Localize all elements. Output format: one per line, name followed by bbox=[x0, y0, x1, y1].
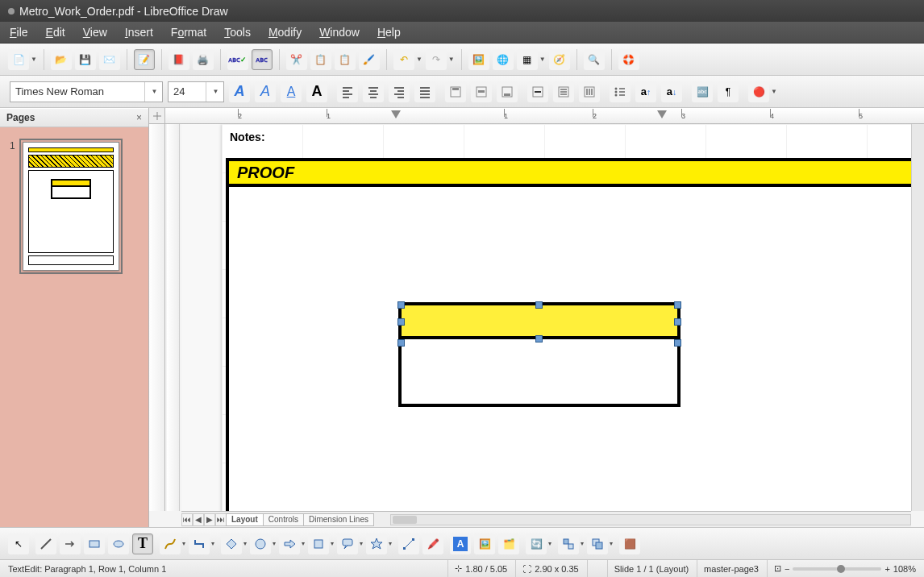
hyperlink-button[interactable]: 🌐 bbox=[493, 49, 514, 70]
align-center-button[interactable] bbox=[363, 81, 384, 102]
ttb-button[interactable] bbox=[579, 81, 600, 102]
ruler-vertical[interactable] bbox=[149, 124, 165, 511]
dropdown-icon[interactable]: ▾ bbox=[331, 540, 334, 547]
from-file-button[interactable]: 🖼️ bbox=[474, 533, 495, 554]
menu-edit[interactable]: Edit bbox=[46, 26, 65, 39]
font-color-button[interactable]: A bbox=[306, 81, 327, 102]
dropdown-icon[interactable]: ▾ bbox=[610, 540, 613, 547]
rectangle-tool[interactable] bbox=[84, 533, 105, 554]
dropdown-icon[interactable]: ▼ bbox=[448, 56, 455, 63]
layer-tab-layout[interactable]: Layout bbox=[226, 513, 264, 526]
selection-handle[interactable] bbox=[535, 301, 543, 309]
selection-handle[interactable] bbox=[674, 339, 681, 347]
zoom-value[interactable]: 108% bbox=[893, 564, 916, 574]
valign-bottom-button[interactable] bbox=[497, 81, 518, 102]
font-name-combo[interactable]: Times New Roman▼ bbox=[10, 81, 163, 102]
proof-bar-shape[interactable]: PROOF bbox=[229, 161, 911, 187]
edit-file-button[interactable]: 📝 bbox=[134, 49, 155, 70]
dropdown-icon[interactable]: ▼ bbox=[206, 82, 219, 102]
selection-handle[interactable] bbox=[674, 301, 681, 309]
layer-tab-controls[interactable]: Controls bbox=[263, 513, 304, 526]
dropdown-icon[interactable]: ▼ bbox=[771, 88, 777, 95]
status-master[interactable]: master-page3 bbox=[697, 560, 759, 577]
ruler-marker-icon[interactable] bbox=[391, 110, 401, 118]
open-button[interactable]: 📂 bbox=[51, 49, 72, 70]
selection-handle[interactable] bbox=[397, 301, 405, 309]
menu-tools[interactable]: Tools bbox=[224, 26, 251, 39]
menu-help[interactable]: Help bbox=[377, 26, 401, 39]
valign-top-button[interactable] bbox=[445, 81, 466, 102]
scrollbar-thumb[interactable] bbox=[393, 516, 417, 524]
zoom-in-button[interactable]: + bbox=[884, 564, 889, 574]
format-paintbrush-button[interactable]: 🖌️ bbox=[359, 49, 380, 70]
table-button[interactable]: ▦ bbox=[517, 49, 538, 70]
dropdown-icon[interactable]: ▾ bbox=[581, 540, 584, 547]
horizontal-scrollbar[interactable] bbox=[390, 514, 911, 525]
dropdown-icon[interactable]: ▼ bbox=[416, 56, 422, 63]
zoom-button[interactable]: 🔍 bbox=[584, 49, 605, 70]
extrusion-button[interactable]: 🟫 bbox=[619, 533, 640, 554]
selection-handle[interactable] bbox=[535, 335, 543, 342]
menu-window[interactable]: Window bbox=[319, 26, 360, 39]
ruler-vertical-2[interactable] bbox=[167, 124, 180, 511]
zoom-fit-button[interactable]: ⊡ bbox=[774, 563, 781, 574]
text-tool[interactable]: T bbox=[132, 533, 153, 554]
bullets-button[interactable] bbox=[610, 81, 631, 102]
selection-handle[interactable] bbox=[397, 318, 405, 326]
tab-nav-first[interactable]: ⏮ bbox=[181, 513, 193, 526]
callout-tool[interactable] bbox=[337, 533, 358, 554]
layer-tab-dimension[interactable]: Dimension Lines bbox=[303, 513, 374, 526]
ruler-marker-icon[interactable] bbox=[657, 110, 667, 118]
connector-tool[interactable] bbox=[189, 533, 210, 554]
increase-font-button[interactable]: a↑ bbox=[635, 81, 656, 102]
auto-spellcheck-button[interactable]: ᴀʙᴄ bbox=[252, 49, 273, 70]
flowchart-tool[interactable] bbox=[308, 533, 329, 554]
tab-nav-prev[interactable]: ◀ bbox=[193, 513, 204, 526]
copy-button[interactable]: 📋 bbox=[310, 49, 331, 70]
page-thumbnail[interactable]: 1 bbox=[23, 142, 126, 271]
underline-button[interactable]: A bbox=[281, 81, 302, 102]
menu-modify[interactable]: Modify bbox=[268, 26, 302, 39]
stars-tool[interactable] bbox=[366, 533, 387, 554]
dropdown-icon[interactable]: ▼ bbox=[539, 56, 546, 63]
dropdown-icon[interactable]: ▾ bbox=[273, 540, 276, 547]
dropdown-icon[interactable]: ▾ bbox=[182, 540, 185, 547]
window-control-icon[interactable] bbox=[8, 8, 15, 15]
zoom-out-button[interactable]: − bbox=[785, 564, 789, 574]
spellcheck-button[interactable]: ᴀʙᴄ✓ bbox=[227, 49, 248, 70]
rotate-button[interactable]: 🔄 bbox=[526, 533, 547, 554]
menu-file[interactable]: File bbox=[10, 26, 28, 39]
glue-points-button[interactable]: 🖍️ bbox=[422, 533, 443, 554]
select-tool[interactable]: ↖ bbox=[8, 533, 29, 554]
save-button[interactable]: 💾 bbox=[75, 49, 96, 70]
basic-shapes-tool[interactable] bbox=[221, 533, 242, 554]
proof-frame-shape[interactable]: PROOF bbox=[226, 158, 911, 511]
symbol-shapes-tool[interactable] bbox=[250, 533, 271, 554]
menu-view[interactable]: View bbox=[83, 26, 107, 39]
font-size-combo[interactable]: 24▼ bbox=[168, 81, 224, 102]
menu-format[interactable]: Format bbox=[171, 26, 206, 39]
email-button[interactable]: ✉️ bbox=[99, 49, 120, 70]
valign-middle-button[interactable] bbox=[471, 81, 492, 102]
arrow-tool[interactable] bbox=[60, 533, 81, 554]
vertical-scrollbar[interactable] bbox=[911, 124, 924, 511]
zoom-slider-thumb[interactable] bbox=[837, 565, 845, 573]
cut-button[interactable]: ✂️ bbox=[286, 49, 307, 70]
help-button[interactable]: 🛟 bbox=[618, 49, 639, 70]
dropdown-icon[interactable]: ▾ bbox=[302, 540, 305, 547]
undo-button[interactable]: ↶ bbox=[393, 49, 414, 70]
ruler-corner[interactable] bbox=[149, 108, 165, 124]
menu-insert[interactable]: Insert bbox=[125, 26, 153, 39]
dropdown-icon[interactable]: ▾ bbox=[389, 540, 392, 547]
dropdown-icon[interactable]: ▾ bbox=[548, 540, 551, 547]
block-arrows-tool[interactable] bbox=[279, 533, 300, 554]
line-tool[interactable] bbox=[35, 533, 56, 554]
table-row-yellow[interactable] bbox=[402, 305, 677, 339]
align-left-button[interactable] bbox=[337, 81, 358, 102]
canvas-viewport[interactable]: Notes: PROOF bbox=[181, 124, 911, 511]
dropdown-icon[interactable]: ▾ bbox=[243, 540, 247, 547]
print-button[interactable]: 🖨️ bbox=[193, 49, 214, 70]
align-objects-button[interactable] bbox=[558, 533, 579, 554]
char-dialog-button[interactable]: 🔤 bbox=[692, 81, 713, 102]
fontwork-button[interactable]: A bbox=[450, 533, 471, 554]
